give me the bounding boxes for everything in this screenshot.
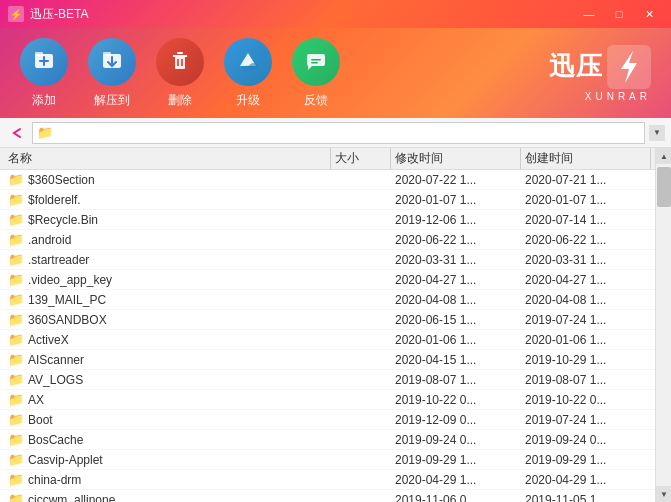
file-name-cell: 📁AV_LOGS <box>4 372 331 387</box>
folder-icon: 📁 <box>8 212 24 227</box>
add-button[interactable]: 添加 <box>20 38 68 109</box>
table-row[interactable]: 📁.startreader2020-03-31 1...2020-03-31 1… <box>0 250 655 270</box>
file-created-cell: 2019-10-29 1... <box>521 353 651 367</box>
file-created-cell: 2019-10-22 0... <box>521 393 651 407</box>
file-created-cell: 2020-07-14 1... <box>521 213 651 227</box>
folder-icon: 📁 <box>8 432 24 447</box>
close-button[interactable]: ✕ <box>635 5 663 23</box>
scrollbar[interactable]: ▲ ▼ <box>655 148 671 502</box>
svg-rect-7 <box>103 52 111 56</box>
lightning-icon <box>615 49 643 85</box>
header-size: 大小 <box>331 148 391 169</box>
extract-button[interactable]: 解压到 <box>88 38 136 109</box>
file-modified-cell: 2020-04-08 1... <box>391 293 521 307</box>
table-row[interactable]: 📁$360Section2020-07-22 1...2020-07-21 1.… <box>0 170 655 190</box>
file-modified-cell: 2020-06-22 1... <box>391 233 521 247</box>
table-row[interactable]: 📁AIScanner2020-04-15 1...2019-10-29 1... <box>0 350 655 370</box>
logo-cn: 迅压 <box>549 49 603 84</box>
table-row[interactable]: 📁china-drm2020-04-29 1...2020-04-29 1... <box>0 470 655 490</box>
file-created-cell: 2019-07-24 1... <box>521 413 651 427</box>
file-created-cell: 2019-11-05 1... <box>521 493 651 503</box>
table-row[interactable]: 📁.android2020-06-22 1...2020-06-22 1... <box>0 230 655 250</box>
scroll-track[interactable] <box>656 164 671 486</box>
title-bar: ⚡ 迅压-BETA — □ ✕ <box>0 0 671 28</box>
delete-icon <box>156 38 204 86</box>
file-modified-cell: 2019-08-07 1... <box>391 373 521 387</box>
folder-small-icon: 📁 <box>37 125 53 140</box>
title-text: 迅压-BETA <box>30 6 88 23</box>
table-row[interactable]: 📁ActiveX2020-01-06 1...2020-01-06 1... <box>0 330 655 350</box>
file-area: 名称 大小 修改时间 创建时间 📁$360Section2020-07-22 1… <box>0 148 671 502</box>
table-row[interactable]: 📁.video_app_key2020-04-27 1...2020-04-27… <box>0 270 655 290</box>
scroll-thumb[interactable] <box>657 167 671 207</box>
file-created-cell: 2020-04-29 1... <box>521 473 651 487</box>
upgrade-button[interactable]: 升级 <box>224 38 272 109</box>
window-controls: — □ ✕ <box>575 5 663 23</box>
table-row[interactable]: 📁$Recycle.Bin2019-12-06 1...2020-07-14 1… <box>0 210 655 230</box>
file-name-cell: 📁AX <box>4 392 331 407</box>
file-modified-cell: 2019-12-09 0... <box>391 413 521 427</box>
folder-icon: 📁 <box>8 412 24 427</box>
file-name-cell: 📁139_MAIL_PC <box>4 292 331 307</box>
table-row[interactable]: 📁AV_LOGS2019-08-07 1...2019-08-07 1... <box>0 370 655 390</box>
file-name-cell: 📁ciccwm_allinone <box>4 492 331 502</box>
back-button[interactable] <box>6 122 28 144</box>
table-row[interactable]: 📁AX2019-10-22 0...2019-10-22 0... <box>0 390 655 410</box>
table-row[interactable]: 📁BosCache2019-09-24 0...2019-09-24 0... <box>0 430 655 450</box>
svg-marker-18 <box>621 51 637 83</box>
file-modified-cell: 2019-09-29 1... <box>391 453 521 467</box>
svg-rect-17 <box>311 62 318 64</box>
file-created-cell: 2020-04-08 1... <box>521 293 651 307</box>
address-dropdown-button[interactable]: ▼ <box>649 125 665 141</box>
table-row[interactable]: 📁Boot2019-12-09 0...2019-07-24 1... <box>0 410 655 430</box>
scroll-down-button[interactable]: ▼ <box>656 486 671 502</box>
file-name-cell: 📁$Recycle.Bin <box>4 212 331 227</box>
file-name-cell: 📁$folderelf. <box>4 192 331 207</box>
file-created-cell: 2019-08-07 1... <box>521 373 651 387</box>
folder-icon: 📁 <box>8 292 24 307</box>
file-modified-cell: 2019-10-22 0... <box>391 393 521 407</box>
table-row[interactable]: 📁ciccwm_allinone2019-11-06 0...2019-11-0… <box>0 490 655 502</box>
logo-lightning-bg <box>607 45 651 89</box>
file-name-cell: 📁Boot <box>4 412 331 427</box>
scroll-up-button[interactable]: ▲ <box>656 148 671 164</box>
address-input[interactable]: 📁 <box>32 122 645 144</box>
file-created-cell: 2020-04-27 1... <box>521 273 651 287</box>
svg-text:⚡: ⚡ <box>10 8 23 21</box>
minimize-button[interactable]: — <box>575 5 603 23</box>
file-modified-cell: 2020-04-29 1... <box>391 473 521 487</box>
svg-rect-3 <box>35 52 43 56</box>
delete-button[interactable]: 删除 <box>156 38 204 109</box>
maximize-button[interactable]: □ <box>605 5 633 23</box>
toolbar-buttons: 添加 解压到 <box>20 38 340 109</box>
feedback-icon <box>292 38 340 86</box>
table-row[interactable]: 📁139_MAIL_PC2020-04-08 1...2020-04-08 1.… <box>0 290 655 310</box>
file-created-cell: 2019-09-24 0... <box>521 433 651 447</box>
file-name-cell: 📁.startreader <box>4 252 331 267</box>
folder-icon: 📁 <box>8 172 24 187</box>
file-list: 名称 大小 修改时间 创建时间 📁$360Section2020-07-22 1… <box>0 148 655 502</box>
upgrade-label: 升级 <box>236 92 260 109</box>
folder-icon: 📁 <box>8 352 24 367</box>
feedback-button[interactable]: 反馈 <box>292 38 340 109</box>
file-name-cell: 📁.android <box>4 232 331 247</box>
logo-area: 迅压 XUNRAR <box>549 45 651 102</box>
extract-label: 解压到 <box>94 92 130 109</box>
file-modified-cell: 2019-11-06 0... <box>391 493 521 503</box>
file-name-cell: 📁.video_app_key <box>4 272 331 287</box>
table-row[interactable]: 📁$folderelf.2020-01-07 1...2020-01-07 1.… <box>0 190 655 210</box>
table-row[interactable]: 📁Casvip-Applet2019-09-29 1...2019-09-29 … <box>0 450 655 470</box>
table-row[interactable]: 📁360SANDBOX2020-06-15 1...2019-07-24 1..… <box>0 310 655 330</box>
logo-container: 迅压 XUNRAR <box>549 45 651 102</box>
folder-icon: 📁 <box>8 252 24 267</box>
file-modified-cell: 2020-01-07 1... <box>391 193 521 207</box>
file-modified-cell: 2019-12-06 1... <box>391 213 521 227</box>
svg-point-15 <box>242 65 254 70</box>
file-modified-cell: 2020-04-15 1... <box>391 353 521 367</box>
file-modified-cell: 2020-07-22 1... <box>391 173 521 187</box>
folder-icon: 📁 <box>8 192 24 207</box>
address-bar: 📁 ▼ <box>0 118 671 148</box>
title-bar-left: ⚡ 迅压-BETA <box>8 6 88 23</box>
add-icon <box>20 38 68 86</box>
file-name-cell: 📁ActiveX <box>4 332 331 347</box>
